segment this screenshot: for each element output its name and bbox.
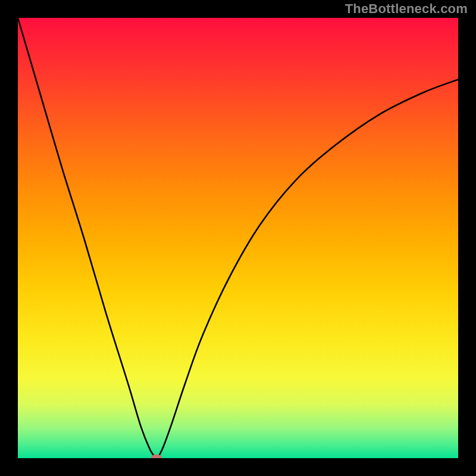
minimum-marker xyxy=(151,455,162,458)
bottleneck-curve xyxy=(18,18,458,458)
chart-container: TheBottleneck.com xyxy=(0,0,476,476)
plot-area xyxy=(18,18,458,458)
curve-svg xyxy=(18,18,458,458)
watermark-text: TheBottleneck.com xyxy=(345,1,468,17)
